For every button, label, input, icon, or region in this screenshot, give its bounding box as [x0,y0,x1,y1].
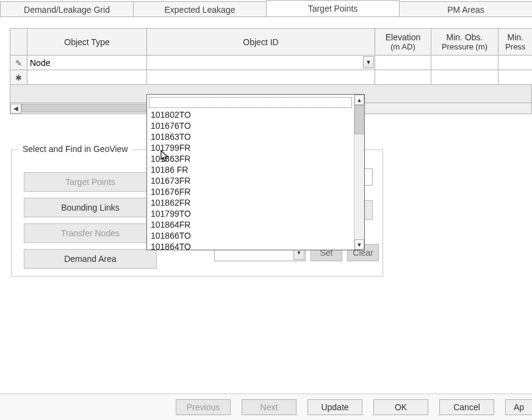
col-min-obs-label2: Pressure (m) [431,42,498,51]
col-elevation-unit: (m AD) [375,42,431,51]
dropdown-option[interactable]: 101866TO [147,230,354,241]
col-elevation[interactable]: Elevation (m AD) [375,29,431,56]
dropdown-option[interactable]: 101863FR [147,153,354,164]
dropdown-option[interactable]: 101862FR [147,197,354,208]
dropdown-option[interactable]: 101799TO [147,208,354,219]
cell-elevation[interactable] [375,56,431,70]
demand-area-button[interactable]: Demand Area [24,249,157,269]
chevron-left-icon: ◀ [13,105,18,112]
chevron-down-icon: ▼ [366,59,372,65]
dropdown-option[interactable]: 101673FR [147,175,354,186]
bounding-links-button[interactable]: Bounding Links [24,198,157,217]
row-indicator-new [10,70,27,85]
vscroll-thumb[interactable] [354,105,364,134]
new-row-icon [15,73,22,82]
col-min-press-label1: Min. [508,32,523,42]
dialog-button-bar: Previous Next Update OK Cancel Ap [0,393,532,420]
update-button[interactable]: Update [307,399,362,415]
tab-demand-leakage-grid[interactable]: Demand/Leakage Grid [0,1,134,16]
tab-target-points[interactable]: Target Points [266,0,400,16]
target-points-button[interactable]: Target Points [24,172,157,192]
dropdown-option[interactable]: 101676FR [147,186,354,197]
tab-expected-leakage[interactable]: Expected Leakage [133,1,267,16]
cell-min-obs-pressure[interactable] [431,56,498,70]
transfer-nodes-button[interactable]: Transfer Nodes [24,223,157,243]
dropdown-option[interactable]: 101676TO [147,120,354,131]
col-min-obs-label1: Min. Obs. [447,32,483,42]
object-id-input[interactable] [147,56,375,70]
scroll-down-button[interactable]: ▼ [354,239,364,250]
next-button[interactable]: Next [242,399,297,415]
col-object-type[interactable]: Object Type [27,29,147,56]
dropdown-option[interactable]: 101864FR [147,219,354,230]
row-indicator-edit [10,56,27,70]
chevron-down-icon: ▼ [297,250,302,256]
groupbox-legend: Select and Find in GeoView [19,144,132,154]
scroll-up-button[interactable]: ▲ [354,95,364,105]
table-row-new[interactable] [10,70,533,85]
ok-button[interactable]: OK [373,399,428,415]
chevron-down-icon: ▼ [357,242,362,248]
dropdown-option[interactable]: 101802TO [147,109,354,120]
dropdown-vscrollbar[interactable]: ▲ ▼ [354,95,364,250]
table-row[interactable]: ▼ [10,56,533,70]
dropdown-option[interactable]: 101864TO [147,241,354,250]
object-id-dropdown-list[interactable]: 101802TO 101676TO 101863TO 101799FR 1018… [146,94,365,250]
apply-button[interactable]: Ap [505,399,532,415]
cell-object-id[interactable]: ▼ [147,56,375,70]
cell-min-pressure[interactable] [498,56,533,70]
cell-object-type[interactable] [27,56,147,70]
pencil-icon [15,58,22,68]
col-min-obs-pressure[interactable]: Min. Obs. Pressure (m) [431,29,498,56]
dropdown-option[interactable]: 101799FR [147,142,354,153]
col-object-id[interactable]: Object ID [147,29,375,56]
dropdown-filter-input[interactable] [149,97,352,108]
scroll-left-button[interactable]: ◀ [10,104,21,114]
tab-pm-areas[interactable]: PM Areas [399,1,532,16]
vscroll-track[interactable] [354,105,364,239]
dropdown-option[interactable]: 10186 FR [147,164,354,175]
cell-object-id-new[interactable] [147,70,375,85]
previous-button[interactable]: Previous [176,399,231,415]
dropdown-items: 101802TO 101676TO 101863TO 101799FR 1018… [147,95,354,250]
grid-header-row: Object Type Object ID Elevation (m AD) M… [10,29,533,56]
cancel-button[interactable]: Cancel [439,399,494,415]
col-elevation-label: Elevation [386,32,421,42]
chevron-up-icon: ▲ [357,97,362,103]
col-min-pressure[interactable]: Min. Press [498,29,533,56]
cell-min-obs-pressure-new[interactable] [431,70,498,85]
cell-object-type-new[interactable] [27,70,147,85]
object-id-dropdown-button[interactable]: ▼ [363,56,374,68]
cell-elevation-new[interactable] [375,70,431,85]
dropdown-option[interactable]: 101863TO [147,131,354,142]
grid-corner [10,29,27,56]
object-type-input[interactable] [27,56,146,70]
target-points-grid: Object Type Object ID Elevation (m AD) M… [10,28,532,85]
cell-min-pressure-new[interactable] [498,70,533,85]
col-min-press-label2: Press [498,42,532,51]
tabbar: Demand/Leakage Grid Expected Leakage Tar… [0,0,532,17]
